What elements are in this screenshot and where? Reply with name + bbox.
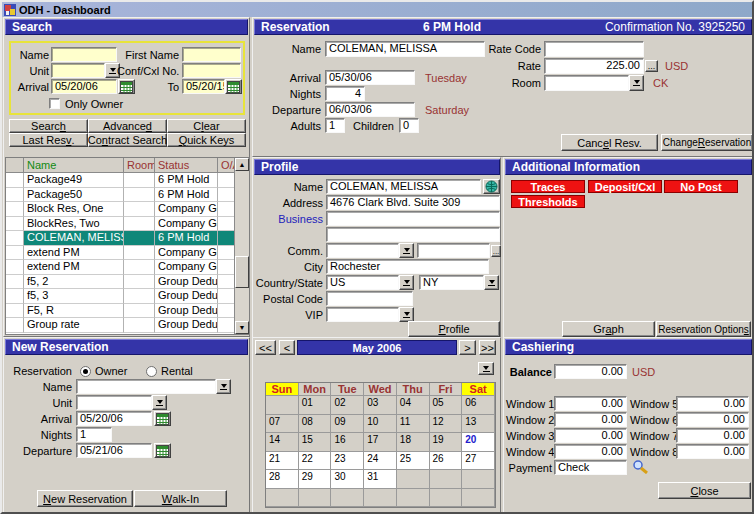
vip-dropdown-icon[interactable]: [399, 307, 414, 322]
calendar-next-year-button[interactable]: >>: [479, 340, 496, 355]
row-cell[interactable]: [124, 260, 155, 275]
search-to-input[interactable]: 05/20/15: [182, 79, 225, 94]
res-nights-input[interactable]: 4: [325, 86, 365, 101]
calendar-day[interactable]: [397, 470, 430, 489]
calendar-day[interactable]: 05: [430, 396, 463, 415]
state-dropdown-icon[interactable]: [484, 275, 499, 290]
search-unit-input[interactable]: [51, 63, 105, 78]
row-selector-cell[interactable]: [6, 202, 24, 217]
calendar-day[interactable]: 09: [331, 415, 364, 434]
rate-code-input[interactable]: [544, 41, 644, 57]
rental-radio[interactable]: [146, 366, 157, 377]
city-input[interactable]: Rochester: [326, 259, 489, 274]
calendar-day[interactable]: 07: [266, 415, 299, 434]
search-button[interactable]: Search: [9, 119, 88, 133]
comm-dropdown-icon[interactable]: [399, 243, 414, 258]
calendar-next-month-button[interactable]: >: [459, 340, 476, 355]
calendar-day[interactable]: [430, 470, 463, 489]
table-row[interactable]: Package506 PM Hold: [6, 188, 236, 203]
scroll-up-icon[interactable]: ▲: [235, 158, 249, 171]
row-cell[interactable]: Group Deduct: [155, 275, 218, 290]
calendar-day[interactable]: [331, 489, 364, 508]
table-row[interactable]: BlockRes, TwoCompany Guar: [6, 217, 236, 232]
row-selector-cell[interactable]: [6, 217, 24, 232]
payment-lookup-icon[interactable]: [632, 459, 649, 476]
quick-keys-button[interactable]: Quick Keys: [167, 133, 246, 147]
table-row[interactable]: f5, 2Group Deduct: [6, 275, 236, 290]
table-row[interactable]: extend PMCompany Guar: [6, 246, 236, 261]
row-cell[interactable]: COLEMAN, MELISSA: [24, 231, 124, 246]
calendar-day[interactable]: 03: [364, 396, 397, 415]
row-cell[interactable]: [124, 231, 155, 246]
row-cell[interactable]: Company Guar: [155, 246, 218, 261]
cancel-resv-button[interactable]: Cancel Resv.: [561, 134, 658, 151]
row-cell[interactable]: 6 PM Hold: [155, 231, 218, 246]
last-resv-button[interactable]: Last Resv.: [9, 133, 88, 147]
advanced-button[interactable]: Advanced: [88, 119, 167, 133]
row-cell[interactable]: [124, 188, 155, 203]
table-row[interactable]: extend PMCompany Guar: [6, 260, 236, 275]
res-name-input[interactable]: COLEMAN, MELISSA: [325, 41, 485, 57]
graph-button[interactable]: Graph: [562, 321, 655, 337]
country-dropdown-icon[interactable]: [399, 275, 414, 290]
new-reservation-button[interactable]: New Reservation: [37, 490, 133, 507]
calendar-view-dropdown-icon[interactable]: [478, 362, 494, 375]
reservation-options-button[interactable]: Reservation Options: [656, 321, 751, 337]
calendar-day[interactable]: 12: [430, 415, 463, 434]
table-row[interactable]: Package496 PM Hold: [6, 173, 236, 188]
row-cell[interactable]: Package49: [24, 173, 124, 188]
row-cell[interactable]: Group rate: [24, 318, 124, 333]
row-selector-cell[interactable]: [6, 304, 24, 319]
payment-input[interactable]: Check: [554, 460, 627, 475]
row-cell[interactable]: 6 PM Hold: [155, 173, 218, 188]
calendar-day[interactable]: 28: [266, 470, 299, 489]
calendar-day[interactable]: [462, 470, 495, 489]
calendar-day[interactable]: [397, 489, 430, 508]
calendar-prev-year-button[interactable]: <<: [255, 340, 276, 355]
vip-input[interactable]: [326, 307, 399, 322]
calendar-day[interactable]: 22: [299, 452, 332, 471]
scroll-down-icon[interactable]: ▼: [235, 321, 249, 334]
row-cell[interactable]: [124, 246, 155, 261]
row-selector-cell[interactable]: [6, 188, 24, 203]
thresholds-badge[interactable]: Thresholds: [511, 195, 585, 208]
row-cell[interactable]: F5, R: [24, 304, 124, 319]
comm-type-input[interactable]: [326, 243, 399, 258]
calendar-day[interactable]: 20: [462, 433, 495, 452]
calendar-day[interactable]: 29: [299, 470, 332, 489]
row-cell[interactable]: Company Guar: [155, 202, 218, 217]
newres-arrival-input[interactable]: 05/20/06: [76, 411, 152, 426]
row-cell[interactable]: Group Deduct: [155, 304, 218, 319]
newres-unit-input[interactable]: [76, 395, 152, 410]
newres-name-input[interactable]: [76, 379, 216, 394]
row-cell[interactable]: [124, 173, 155, 188]
calendar-day[interactable]: 21: [266, 452, 299, 471]
newres-name-dropdown-icon[interactable]: [216, 379, 231, 394]
close-button[interactable]: Close: [658, 482, 751, 499]
search-conf-input[interactable]: [182, 63, 241, 78]
rate-ellipsis-icon[interactable]: ...: [645, 60, 658, 72]
res-room-input[interactable]: [544, 75, 629, 91]
profile-button[interactable]: Profile: [408, 321, 500, 337]
search-name-input[interactable]: [51, 47, 117, 62]
calendar-day[interactable]: 14: [266, 433, 299, 452]
country-input[interactable]: US: [326, 275, 399, 290]
profile-name-input[interactable]: COLEMAN, MELISSA: [326, 179, 481, 194]
state-input[interactable]: NY: [419, 275, 484, 290]
traces-badge[interactable]: Traces: [511, 180, 585, 193]
owner-radio[interactable]: [80, 366, 91, 377]
calendar-day[interactable]: [266, 396, 299, 415]
row-selector-cell[interactable]: [6, 260, 24, 275]
comm-ellipsis-icon[interactable]: ...: [491, 245, 501, 257]
profile-globe-icon[interactable]: [483, 179, 500, 194]
table-row[interactable]: Block Res, OneCompany Guar: [6, 202, 236, 217]
calendar-day[interactable]: 10: [364, 415, 397, 434]
newres-nights-input[interactable]: 1: [76, 427, 112, 442]
row-cell[interactable]: extend PM: [24, 246, 124, 261]
table-row[interactable]: F5, RGroup Deduct: [6, 304, 236, 319]
calendar-day[interactable]: 24: [364, 452, 397, 471]
row-cell[interactable]: Group Deduct: [155, 318, 218, 333]
search-to-calendar-icon[interactable]: [225, 79, 242, 94]
calendar-day[interactable]: 04: [397, 396, 430, 415]
res-arrival-input[interactable]: 05/30/06: [325, 70, 415, 85]
